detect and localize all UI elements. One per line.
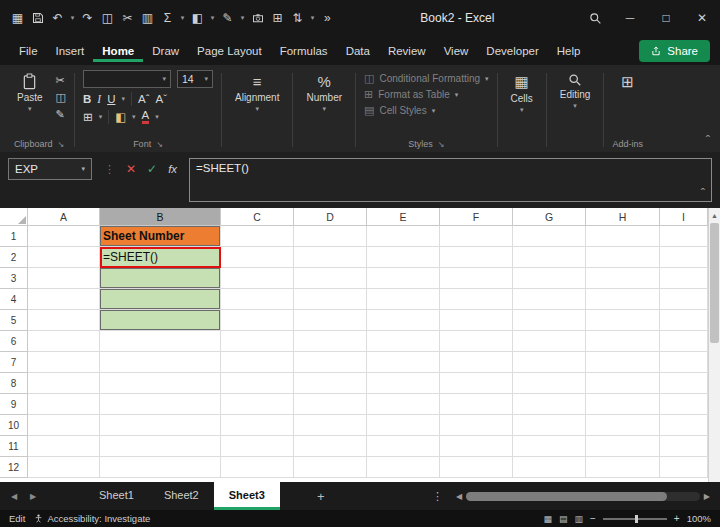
autosum-icon[interactable]: Σ	[158, 7, 177, 29]
sheet-tab-sheet2[interactable]: Sheet2	[149, 482, 214, 510]
column-header-F[interactable]: F	[440, 208, 513, 226]
cell-D11[interactable]	[294, 436, 367, 457]
maximize-button[interactable]: □	[648, 0, 684, 36]
horizontal-scroll-track[interactable]	[466, 492, 700, 501]
borders-icon[interactable]: ⊞	[268, 7, 287, 29]
cell-C6[interactable]	[221, 331, 294, 352]
italic-button[interactable]: I	[97, 93, 101, 105]
cell-A5[interactable]	[28, 310, 100, 331]
bold-button[interactable]: B	[83, 93, 91, 105]
cell-D6[interactable]	[294, 331, 367, 352]
column-header-D[interactable]: D	[294, 208, 367, 226]
cell-B12[interactable]	[100, 457, 221, 478]
tabbar-menu-icon[interactable]: ⋮	[422, 490, 453, 503]
cell-C1[interactable]	[221, 226, 294, 247]
addins-button[interactable]: ⊞	[612, 70, 643, 94]
cell-A3[interactable]	[28, 268, 100, 289]
undo-dropdown-icon[interactable]: ▾	[68, 14, 77, 22]
page-break-view-icon[interactable]: ▥	[574, 514, 583, 524]
fill-color-icon[interactable]: ◧	[188, 7, 207, 29]
minimize-button[interactable]: ─	[612, 0, 648, 36]
cell-A4[interactable]	[28, 289, 100, 310]
cell-B9[interactable]	[100, 394, 221, 415]
cell-E1[interactable]	[367, 226, 440, 247]
cell-E9[interactable]	[367, 394, 440, 415]
cell-A11[interactable]	[28, 436, 100, 457]
cell-G6[interactable]	[513, 331, 586, 352]
cell-B2[interactable]: =SHEET()	[100, 247, 221, 268]
enter-button[interactable]: ✓	[147, 162, 157, 176]
cell-I6[interactable]	[660, 331, 708, 352]
cell-F2[interactable]	[440, 247, 513, 268]
share-button[interactable]: Share	[639, 40, 710, 62]
styles-dialog-launcher-icon[interactable]: ↘	[438, 140, 445, 149]
borders-button[interactable]: ⊞	[83, 110, 93, 124]
cell-H1[interactable]	[586, 226, 660, 247]
row-header-3[interactable]: 3	[0, 268, 28, 289]
column-header-C[interactable]: C	[221, 208, 294, 226]
cell-C7[interactable]	[221, 352, 294, 373]
column-header-B[interactable]: B	[100, 208, 221, 226]
cell-C4[interactable]	[221, 289, 294, 310]
paste-dropdown-icon[interactable]: ▾	[28, 105, 32, 113]
row-header-10[interactable]: 10	[0, 415, 28, 436]
cell-D12[interactable]	[294, 457, 367, 478]
decrease-font-button[interactable]: Aˇ	[155, 93, 167, 105]
cell-A8[interactable]	[28, 373, 100, 394]
cell-H7[interactable]	[586, 352, 660, 373]
cell-E4[interactable]	[367, 289, 440, 310]
cell-E8[interactable]	[367, 373, 440, 394]
cell-D7[interactable]	[294, 352, 367, 373]
cell-E5[interactable]	[367, 310, 440, 331]
font-name-combo[interactable]: ▾	[83, 70, 171, 88]
cell-F11[interactable]	[440, 436, 513, 457]
sheet-tab-sheet1[interactable]: Sheet1	[84, 482, 149, 510]
cell-F9[interactable]	[440, 394, 513, 415]
format-as-table-button[interactable]: ⊞ Format as Table ▾	[364, 88, 489, 101]
copy-ribbon-icon[interactable]: ◫	[56, 91, 66, 104]
cell-H11[interactable]	[586, 436, 660, 457]
cell-D9[interactable]	[294, 394, 367, 415]
horizontal-scroll-thumb[interactable]	[466, 492, 667, 501]
cell-H8[interactable]	[586, 373, 660, 394]
cell-I1[interactable]	[660, 226, 708, 247]
cell-D8[interactable]	[294, 373, 367, 394]
cell-H6[interactable]	[586, 331, 660, 352]
zoom-level[interactable]: 100%	[687, 513, 711, 524]
cell-C8[interactable]	[221, 373, 294, 394]
collapse-formula-bar-icon[interactable]: ˆ	[701, 186, 705, 201]
cell-A12[interactable]	[28, 457, 100, 478]
formula-input[interactable]: =SHEET() ˆ	[189, 158, 712, 202]
copy-icon[interactable]: ◫	[98, 7, 117, 29]
format-painter-icon[interactable]: ✎	[56, 108, 66, 121]
cell-I7[interactable]	[660, 352, 708, 373]
cell-C2[interactable]	[221, 247, 294, 268]
font-color-button[interactable]: A	[142, 110, 150, 124]
sheet-nav-left-icon[interactable]: ◀	[6, 492, 22, 501]
cell-C9[interactable]	[221, 394, 294, 415]
font-size-combo[interactable]: 14 ▾	[177, 70, 213, 88]
zoom-slider[interactable]	[603, 518, 667, 520]
alignment-button[interactable]: ≡ Alignment ▾	[230, 70, 284, 116]
fill-color-dropdown-icon[interactable]: ▾	[132, 113, 136, 121]
tab-developer[interactable]: Developer	[477, 39, 547, 62]
cell-G7[interactable]	[513, 352, 586, 373]
cell-B10[interactable]	[100, 415, 221, 436]
row-header-9[interactable]: 9	[0, 394, 28, 415]
cell-A9[interactable]	[28, 394, 100, 415]
cell-D10[interactable]	[294, 415, 367, 436]
normal-view-icon[interactable]: ▦	[543, 514, 552, 524]
cell-G3[interactable]	[513, 268, 586, 289]
cell-A7[interactable]	[28, 352, 100, 373]
save-icon[interactable]	[28, 7, 47, 29]
cell-G5[interactable]	[513, 310, 586, 331]
conditional-formatting-button[interactable]: ◫ Conditional Formatting ▾	[364, 72, 489, 85]
cell-F7[interactable]	[440, 352, 513, 373]
cell-C10[interactable]	[221, 415, 294, 436]
search-icon[interactable]	[578, 0, 612, 36]
cell-I11[interactable]	[660, 436, 708, 457]
cell-F1[interactable]	[440, 226, 513, 247]
cell-I9[interactable]	[660, 394, 708, 415]
cell-G4[interactable]	[513, 289, 586, 310]
cell-E11[interactable]	[367, 436, 440, 457]
